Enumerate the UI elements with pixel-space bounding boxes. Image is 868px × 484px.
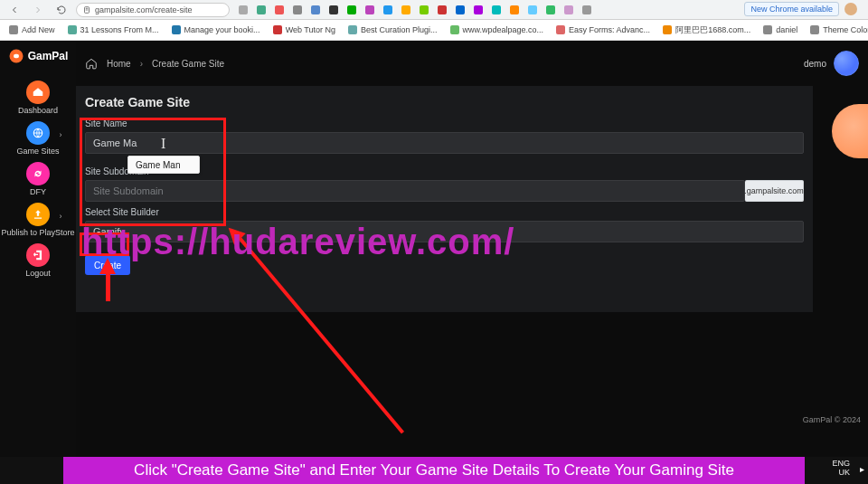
bookmark-item[interactable]: daniel [763, 25, 797, 34]
new-chrome-badge[interactable]: New Chrome available [744, 2, 839, 16]
sidebar-item-publish-to-playstore[interactable]: › Publish to PlayStore [1, 203, 74, 238]
lang-indicator[interactable]: ENGUK [832, 460, 850, 478]
forward-icon[interactable] [33, 5, 43, 15]
site-name-input[interactable] [85, 132, 804, 154]
chevron-right-icon: › [140, 59, 143, 69]
globe-icon [26, 121, 50, 145]
profile-avatar-icon[interactable] [844, 3, 857, 15]
brand-logo[interactable]: GamPal [8, 48, 69, 64]
breadcrumb-home[interactable]: Home [107, 59, 131, 69]
chevron-right-icon: › [60, 212, 62, 221]
site-builder-label: Select Site Builder [85, 207, 804, 217]
extension-icons [239, 5, 591, 14]
sidebar-item-dfy[interactable]: DFY [1, 162, 74, 197]
browser-top-bar: gampalsite.com/create-site New Chrome av… [0, 0, 868, 20]
chevron-right-icon: › [60, 130, 62, 139]
sidebar-item-label: Publish to PlayStore [1, 229, 74, 238]
home-icon[interactable] [85, 57, 98, 70]
sidebar: GamPal Dashboard › Game Sites DFY › Publ… [0, 41, 76, 457]
app-root: GamPal Dashboard › Game Sites DFY › Publ… [0, 41, 868, 457]
upload-icon [26, 203, 50, 226]
back-icon[interactable] [9, 5, 20, 15]
svg-rect-7 [14, 54, 19, 59]
hand-graphic [832, 104, 868, 158]
breadcrumb: Home › Create Game Site demo [76, 50, 868, 77]
panel-title: Create Game Site [85, 95, 804, 109]
create-site-panel: Create Game Site Site Name I Game Man Si… [76, 86, 813, 312]
site-info-icon[interactable] [82, 5, 91, 14]
address-bar[interactable]: gampalsite.com/create-site [76, 3, 230, 17]
exit-icon [26, 243, 50, 267]
sidebar-item-label: DFY [30, 188, 46, 197]
sidebar-item-label: Game Sites [16, 147, 59, 157]
bookmark-item[interactable]: www.wpdealpage.co... [450, 25, 544, 34]
user-name[interactable]: demo [804, 59, 826, 69]
user-avatar-icon[interactable] [834, 51, 859, 76]
sidebar-item-label: Dashboard [18, 107, 58, 116]
bookmark-item[interactable]: 31 Lessons From M... [68, 25, 159, 34]
home-icon [26, 81, 50, 104]
bookmark-item[interactable]: Easy Forms: Advanc... [556, 25, 650, 34]
text-cursor-icon: I [161, 136, 165, 152]
sidebar-item-logout[interactable]: Logout [1, 243, 74, 279]
sync-icon [26, 162, 50, 185]
sidebar-item-game-sites[interactable]: › Game Sites [1, 121, 74, 157]
bookmark-item[interactable]: Theme Color [810, 25, 868, 34]
reload-icon[interactable] [56, 5, 67, 15]
create-button[interactable]: Create [85, 255, 130, 275]
taskbar-caret-icon[interactable]: ▸ [860, 464, 864, 474]
bookmark-item[interactable]: 阿里巴巴1688.com... [663, 24, 750, 36]
bookmark-item[interactable]: Manage your booki... [172, 25, 260, 34]
copyright-text: GamPal © 2024 [803, 415, 861, 424]
sidebar-item-dashboard[interactable]: Dashboard [1, 81, 74, 116]
site-subdomain-input[interactable] [85, 180, 745, 202]
bookmark-item[interactable]: Web Tutor Ng [273, 25, 335, 34]
breadcrumb-current: Create Game Site [152, 59, 224, 69]
bookmark-item[interactable]: Add New [9, 25, 55, 34]
site-builder-select[interactable]: Gamify [85, 221, 804, 242]
instruction-caption: Click "Create Game Site" and Enter Your … [63, 457, 805, 484]
domain-suffix: .gampalsite.com [745, 180, 804, 202]
site-name-label: Site Name [85, 119, 804, 128]
bookmark-item[interactable]: Best Curation Plugi... [348, 25, 438, 34]
url-text: gampalsite.com/create-site [95, 5, 193, 14]
bookmarks-bar: Add New31 Lessons From M...Manage your b… [0, 20, 868, 41]
sidebar-item-label: Logout [25, 270, 51, 279]
autocomplete-suggestion[interactable]: Game Man [127, 156, 200, 174]
